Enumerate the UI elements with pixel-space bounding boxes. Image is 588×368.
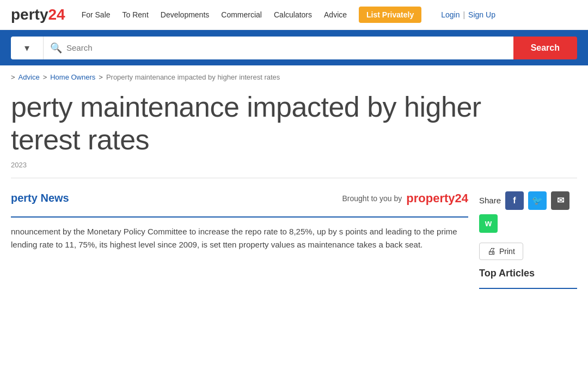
search-input[interactable] xyxy=(66,43,507,52)
breadcrumb-advice[interactable]: Advice xyxy=(19,73,40,81)
logo-number: 24 xyxy=(48,6,65,23)
nav-for-sale[interactable]: For Sale xyxy=(82,10,111,19)
article-title: perty maintenance impacted by highertere… xyxy=(11,91,577,156)
whatsapp-share-button[interactable]: w xyxy=(479,214,498,233)
search-input-wrap: 🔍 xyxy=(44,37,513,59)
article-body: nnouncement by the Monetary Policy Commi… xyxy=(11,225,468,252)
section-label: perty News xyxy=(11,192,69,204)
property24-logo-inline: property24 xyxy=(406,191,468,206)
section-divider-blue xyxy=(11,216,468,218)
breadcrumb-sep-3: > xyxy=(99,73,103,81)
login-link[interactable]: Login xyxy=(441,10,460,19)
main-layout: perty maintenance impacted by highertere… xyxy=(0,86,588,294)
main-nav: For Sale To Rent Developments Commercial… xyxy=(82,7,577,23)
logo-word: property xyxy=(406,191,455,205)
breadcrumb-home-owners[interactable]: Home Owners xyxy=(50,73,95,81)
auth-links: Login | Sign Up xyxy=(441,10,495,19)
print-button[interactable]: 🖨 Print xyxy=(479,243,523,260)
article-section: perty News Brought to you by property24 … xyxy=(11,184,468,252)
share-section: Share f 🐦 ✉ w 🖨 Print Top Articles xyxy=(479,184,577,294)
breadcrumb: > Advice > Home Owners > Property mainte… xyxy=(0,65,588,86)
top-articles-heading: Top Articles xyxy=(479,268,577,282)
nav-developments[interactable]: Developments xyxy=(161,10,210,19)
site-logo[interactable]: perty24 xyxy=(11,6,65,23)
printer-icon: 🖨 xyxy=(487,246,496,256)
nav-commercial[interactable]: Commercial xyxy=(221,10,262,19)
content-share-row: perty News Brought to you by property24 … xyxy=(11,184,577,294)
breadcrumb-sep-1: > xyxy=(11,73,15,81)
content-column: perty maintenance impacted by highertere… xyxy=(11,86,577,294)
logo-text: perty xyxy=(11,6,48,23)
signup-link[interactable]: Sign Up xyxy=(468,10,495,19)
search-bar: ▾ 🔍 Search xyxy=(0,30,588,65)
breadcrumb-current: Property maintenance impacted by higher … xyxy=(106,73,280,81)
title-divider xyxy=(11,178,577,178)
search-button[interactable]: Search xyxy=(513,37,577,59)
auth-separator: | xyxy=(463,10,465,19)
email-share-button[interactable]: ✉ xyxy=(551,191,569,210)
brought-by-text: Brought to you by xyxy=(342,194,402,203)
nav-to-rent[interactable]: To Rent xyxy=(122,10,149,19)
print-label: Print xyxy=(499,247,515,256)
breadcrumb-sep-2: > xyxy=(43,73,47,81)
article-date: 2023 xyxy=(11,161,577,169)
logo-num-inline: 24 xyxy=(455,191,468,205)
search-dropdown-button[interactable]: ▾ xyxy=(11,37,44,59)
section-label-row: perty News Brought to you by property24 xyxy=(11,184,468,211)
share-label: Share xyxy=(479,196,501,205)
nav-advice[interactable]: Advice xyxy=(324,10,347,19)
search-icon: 🔍 xyxy=(50,42,62,54)
brought-by: Brought to you by property24 xyxy=(342,191,468,206)
facebook-share-button[interactable]: f xyxy=(505,191,524,210)
twitter-share-button[interactable]: 🐦 xyxy=(528,191,547,210)
nav-calculators[interactable]: Calculators xyxy=(274,10,312,19)
share-row: Share f 🐦 ✉ w xyxy=(479,184,577,238)
site-header: perty24 For Sale To Rent Developments Co… xyxy=(0,0,588,30)
top-articles-divider xyxy=(479,288,577,289)
list-privately-button[interactable]: List Privately xyxy=(359,7,421,23)
